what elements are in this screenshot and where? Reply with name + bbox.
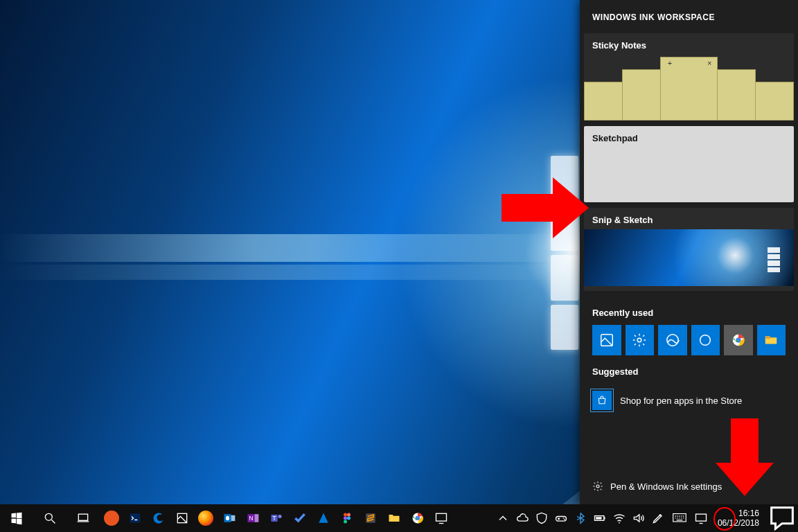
tile-sketchpad-label: Sketchpad <box>584 126 794 148</box>
taskbar-app-figma[interactable] <box>335 504 359 532</box>
tray-ink-workspace[interactable] <box>648 504 668 532</box>
recent-app-explorer[interactable] <box>757 325 786 355</box>
svg-rect-9 <box>78 514 87 520</box>
monitor-icon <box>434 511 448 525</box>
taskbar-app-snip2[interactable] <box>429 504 453 532</box>
battery-icon <box>593 511 607 525</box>
task-view-icon <box>76 511 90 525</box>
tray-project[interactable] <box>691 504 711 532</box>
svg-rect-14 <box>231 515 236 521</box>
svg-point-13 <box>226 516 229 521</box>
tile-sticky-notes-label: Sticky Notes <box>584 33 794 55</box>
suggested-link[interactable]: Shop for pen apps in the Store <box>580 384 798 410</box>
shield-icon <box>535 511 549 525</box>
svg-point-8 <box>45 513 52 520</box>
svg-rect-6 <box>765 337 770 339</box>
taskbar-app-azure[interactable] <box>312 504 335 532</box>
outlook-icon <box>222 511 236 525</box>
suggested-link-label: Shop for pen apps in the Store <box>620 396 742 406</box>
svg-text:N: N <box>249 515 253 522</box>
cloud-icon <box>515 511 529 525</box>
folder-icon <box>387 511 401 525</box>
recent-app-photos[interactable] <box>658 325 687 355</box>
windows-logo-icon <box>10 511 24 525</box>
tray-bluetooth[interactable] <box>571 504 590 532</box>
search-button[interactable] <box>33 504 66 532</box>
pen-icon <box>651 511 665 525</box>
tray-controller[interactable] <box>551 504 571 532</box>
figma-icon <box>340 511 354 525</box>
action-center-button[interactable] <box>766 502 798 532</box>
recent-app-snip[interactable] <box>592 325 621 355</box>
svg-rect-30 <box>556 517 566 522</box>
taskbar-app-ubuntu[interactable] <box>100 504 123 532</box>
onenote-icon: N <box>246 511 260 525</box>
svg-point-24 <box>347 517 351 520</box>
teams-icon: T <box>269 511 283 525</box>
tray-touch-keyboard[interactable] <box>668 504 691 532</box>
taskbar-app-outlook[interactable] <box>218 504 241 532</box>
svg-point-3 <box>700 335 711 346</box>
display-icon <box>694 511 708 525</box>
svg-point-22 <box>347 513 351 517</box>
svg-rect-34 <box>604 517 605 519</box>
clock-date: 06/12/2018 <box>718 518 759 528</box>
annotation-arrow-to-sketchpad <box>502 177 589 238</box>
taskbar-app-todo[interactable] <box>288 504 312 532</box>
taskbar-app-onenote[interactable]: N <box>241 504 265 532</box>
tray-defender[interactable] <box>532 504 551 532</box>
annotation-arrow-to-ink-icon <box>716 418 774 496</box>
gear-icon <box>592 481 603 492</box>
task-view-button[interactable] <box>66 504 100 532</box>
suggested-label: Suggested <box>580 355 798 384</box>
snip-thumbnail <box>584 229 794 286</box>
svg-point-23 <box>344 517 347 520</box>
chevron-up-icon <box>496 511 510 525</box>
taskbar-app-sublime[interactable] <box>359 504 382 532</box>
tray-volume[interactable] <box>629 504 648 532</box>
tray-battery[interactable] <box>590 504 610 532</box>
search-icon <box>43 511 57 525</box>
taskbar-app-terminal[interactable] <box>123 504 147 532</box>
svg-rect-38 <box>695 514 706 521</box>
svg-rect-17 <box>255 514 259 522</box>
tray-wifi[interactable] <box>610 504 629 532</box>
system-tray: 16:16 06/12/2018 <box>493 504 798 532</box>
tile-snip-and-sketch[interactable]: Snip & Sketch <box>584 208 794 291</box>
keyboard-icon <box>673 511 686 525</box>
tray-onedrive[interactable] <box>513 504 532 532</box>
edge-icon <box>152 511 166 525</box>
snip-icon <box>175 511 189 525</box>
svg-point-20 <box>278 515 282 518</box>
taskbar-app-edge[interactable] <box>147 504 170 532</box>
taskbar-app-teams[interactable]: T <box>265 504 288 532</box>
taskbar-app-snip[interactable] <box>170 504 194 532</box>
tile-sticky-notes[interactable]: Sticky Notes <box>584 33 794 121</box>
svg-rect-35 <box>596 517 601 519</box>
recently-used-label: Recently used <box>580 296 798 325</box>
bluetooth-icon <box>574 511 587 525</box>
svg-point-21 <box>344 513 347 517</box>
azure-icon <box>317 511 330 525</box>
tile-sketchpad[interactable]: Sketchpad <box>584 126 794 202</box>
recent-app-cortana[interactable] <box>691 325 720 355</box>
start-button[interactable] <box>0 504 33 532</box>
svg-point-7 <box>596 485 599 488</box>
sticky-notes-preview <box>584 57 794 121</box>
clock-time: 16:16 <box>718 508 759 518</box>
svg-point-36 <box>619 522 620 524</box>
tile-snip-label: Snip & Sketch <box>584 208 794 229</box>
recent-app-chrome[interactable] <box>724 325 753 355</box>
tray-overflow[interactable] <box>493 504 513 532</box>
taskbar-app-files[interactable] <box>382 504 406 532</box>
chrome-icon <box>411 511 425 525</box>
gamepad-icon <box>554 511 568 525</box>
svg-point-32 <box>564 519 565 520</box>
svg-text:T: T <box>273 515 276 522</box>
ink-panel-title: WINDOWS INK WORKSPACE <box>580 0 798 33</box>
taskbar: N T <box>0 504 798 532</box>
taskbar-clock[interactable]: 16:16 06/12/2018 <box>711 508 766 528</box>
recent-app-settings[interactable] <box>626 325 655 355</box>
taskbar-app-chrome[interactable] <box>406 504 429 532</box>
taskbar-app-firefox[interactable] <box>194 504 218 532</box>
